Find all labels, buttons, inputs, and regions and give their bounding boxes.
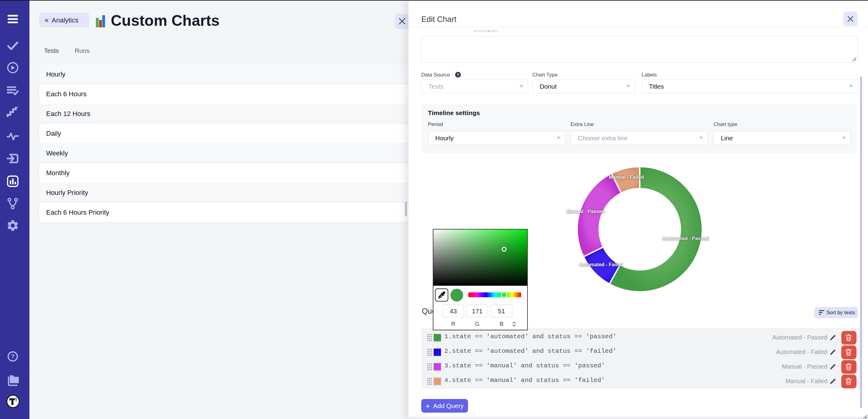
svg-text:?: ? (11, 353, 14, 360)
svg-text:?: ? (457, 72, 459, 77)
